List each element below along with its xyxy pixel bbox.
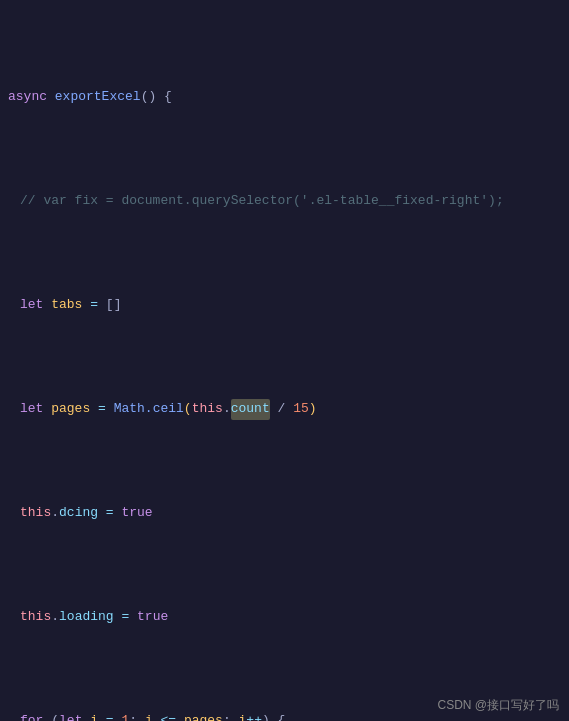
var-tabs: tabs: [51, 295, 90, 316]
plain: .: [51, 607, 59, 628]
kw-let: let: [59, 711, 90, 721]
count-prop: count: [231, 399, 270, 420]
op-pp: ++: [246, 711, 262, 721]
plain: ;: [223, 711, 239, 721]
code-line: this . loading = true: [0, 607, 569, 628]
op: =: [121, 607, 137, 628]
var-i: i: [90, 711, 106, 721]
comment: // var fix = document.querySelector('.el…: [20, 191, 504, 212]
code-line: this . dcing = true: [0, 503, 569, 524]
plain: (: [51, 711, 59, 721]
plain: []: [106, 295, 122, 316]
code-line: let pages = Math.ceil ( this . count / 1…: [0, 399, 569, 420]
var-pages2: pages: [184, 711, 223, 721]
this-kw: this: [192, 399, 223, 420]
op: =: [90, 295, 106, 316]
paren: (: [184, 399, 192, 420]
op: =: [98, 399, 114, 420]
plain: .: [51, 503, 59, 524]
plain: ) {: [262, 711, 285, 721]
num-15: 15: [293, 399, 309, 420]
this-kw: this: [20, 503, 51, 524]
kw-let: let: [20, 399, 51, 420]
plain: () {: [141, 87, 172, 108]
kw-true: true: [121, 503, 152, 524]
code-editor: async exportExcel () { // var fix = docu…: [0, 0, 569, 721]
kw-let: let: [20, 295, 51, 316]
code-line: let tabs = []: [0, 295, 569, 316]
prop-count: count: [231, 401, 270, 416]
plain: /: [270, 399, 293, 420]
prop-loading: loading: [59, 607, 121, 628]
paren: ): [309, 399, 317, 420]
var-i2: i: [145, 711, 161, 721]
fn-name: exportExcel: [55, 87, 141, 108]
kw-true: true: [137, 607, 168, 628]
op-lte: <=: [161, 711, 184, 721]
code-line: async exportExcel () {: [0, 87, 569, 108]
code-line: // var fix = document.querySelector('.el…: [0, 191, 569, 212]
plain: ;: [129, 711, 145, 721]
var-i3: i: [239, 711, 247, 721]
keyword-async: async: [8, 87, 55, 108]
op: =: [106, 503, 122, 524]
fn-math: Math.ceil: [114, 399, 184, 420]
op: =: [106, 711, 122, 721]
plain: .: [223, 399, 231, 420]
prop-dcing: dcing: [59, 503, 106, 524]
code-line: for ( let i = 1 ; i <= pages ; i ++ ) {: [0, 711, 569, 721]
this-kw: this: [20, 607, 51, 628]
code-content: async exportExcel () { // var fix = docu…: [0, 0, 569, 721]
kw-for: for: [20, 711, 51, 721]
var-pages: pages: [51, 399, 98, 420]
num-1: 1: [121, 711, 129, 721]
